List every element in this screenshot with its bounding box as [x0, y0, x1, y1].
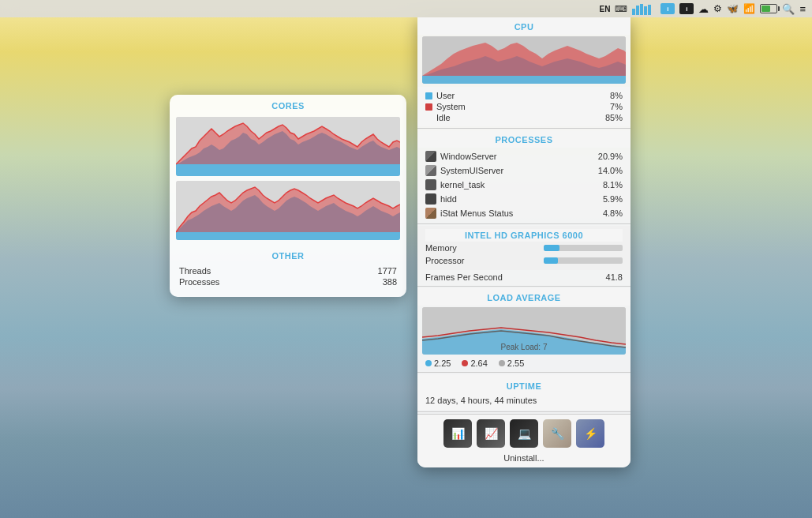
menubar-settings[interactable]: ⚙: [713, 3, 722, 14]
bottom-icons: 📊 📈 💻 🔧 ⚡: [417, 414, 631, 451]
svg-rect-3: [644, 6, 647, 15]
process-row: kernel_task 8.1%: [417, 178, 631, 192]
menubar-search[interactable]: 🔍: [782, 3, 795, 15]
process-value-windowserver: 20.9%: [598, 152, 623, 161]
divider-4: [417, 372, 631, 373]
processes-label: Processes: [179, 277, 219, 287]
load-dot-1: [425, 360, 432, 366]
process-name-hidd: hidd: [440, 194, 457, 204]
fps-row: Frames Per Second 41.8: [417, 270, 631, 284]
system-legend-row: System 7%: [425, 101, 623, 112]
svg-rect-1: [636, 6, 639, 15]
process-row: hidd 5.9%: [417, 192, 631, 206]
user-dot: [425, 92, 432, 99]
menubar-butterfly[interactable]: 🦋: [727, 3, 739, 14]
load-item-1: 2.25: [425, 358, 451, 368]
bottom-icon-4[interactable]: 🔧: [543, 419, 571, 448]
memory-bar-container: [544, 245, 623, 251]
load-legend: 2.25 2.64 2.55: [417, 356, 631, 370]
other-title: OTHER: [179, 248, 397, 265]
svg-rect-2: [640, 4, 643, 15]
threads-value: 1777: [378, 266, 397, 276]
cpu-legend: User 8% System 7% Idle 85%: [417, 87, 631, 126]
menubar-keyboard[interactable]: ⌨: [615, 4, 627, 14]
kernel-icon: [425, 179, 436, 190]
menubar-istat-bar[interactable]: [632, 2, 656, 15]
load-dot-2: [462, 360, 468, 366]
system-label: System: [436, 102, 466, 111]
memory-label: Memory: [425, 243, 457, 253]
other-section: OTHER Threads 1777 Processes 388: [170, 243, 406, 297]
process-name-kernel: kernel_task: [440, 180, 485, 190]
fps-label: Frames Per Second: [425, 272, 503, 282]
bottom-icon-3[interactable]: 💻: [510, 419, 538, 448]
memory-bar-fill: [544, 245, 559, 251]
uninstall-row[interactable]: Uninstall...: [417, 451, 631, 467]
load-item-2: 2.64: [462, 358, 487, 368]
processor-bar-container: [544, 257, 623, 264]
processes-section-title: PROCESSES: [417, 130, 631, 148]
menubar-lang[interactable]: EN: [600, 5, 611, 13]
svg-rect-0: [632, 9, 635, 15]
menubar-cloud[interactable]: ☁: [698, 3, 709, 15]
uninstall-label: Uninstall...: [503, 453, 544, 463]
peak-load-label: Peak Load: 7: [501, 343, 548, 351]
load-value-2: 2.64: [470, 358, 487, 368]
process-name-windowserver: WindowServer: [440, 152, 497, 161]
divider-5: [417, 411, 631, 412]
processor-label: Processor: [425, 256, 465, 265]
cores-panel: CORES OTHER Threads 1777 Processes: [170, 95, 406, 297]
process-value-hidd: 5.9%: [603, 194, 623, 204]
bottom-icon-1[interactable]: 📊: [443, 419, 472, 448]
cpu-graph: [422, 36, 626, 84]
menubar-battery[interactable]: [760, 4, 777, 13]
gpu-section: INTEL HD GRAPHICS 6000 Memory Processor: [417, 226, 631, 270]
user-value: 8%: [610, 91, 623, 100]
load-item-3: 2.55: [499, 358, 524, 368]
process-value-systemui: 14.0%: [598, 166, 623, 175]
process-row: WindowServer 20.9%: [417, 149, 631, 163]
hidd-icon: [425, 193, 436, 205]
menubar-menu[interactable]: ≡: [799, 3, 806, 15]
threads-label: Threads: [179, 266, 211, 276]
memory-bar-row: Memory: [425, 242, 623, 254]
menubar: EN ⌨ i i ☁ ⚙ 🦋 📶: [0, 0, 812, 17]
svg-rect-4: [648, 5, 651, 15]
process-value-kernel: 8.1%: [603, 180, 623, 190]
load-value-3: 2.55: [507, 358, 524, 368]
bottom-icon-2[interactable]: 📈: [477, 419, 505, 448]
processes-row: Processes 388: [179, 276, 397, 287]
system-dot: [425, 103, 432, 111]
uptime-title: UPTIME: [425, 377, 623, 394]
user-legend-row: User 8%: [425, 90, 623, 101]
istat-icon: [425, 208, 436, 219]
load-title: LOAD AVERAGE: [417, 288, 631, 306]
process-name-istat: iStat Menus Status: [440, 208, 513, 218]
cores-title: CORES: [170, 95, 406, 114]
process-value-istat: 4.8%: [603, 208, 623, 218]
gpu-title: INTEL HD GRAPHICS 6000: [425, 229, 623, 242]
menubar-istat-blue[interactable]: i: [660, 3, 675, 14]
processor-bar-fill: [544, 257, 558, 264]
processes-value: 388: [383, 277, 397, 287]
idle-legend-row: Idle 85%: [425, 112, 623, 123]
processor-bar-row: Processor: [425, 254, 623, 267]
menubar-wifi[interactable]: 📶: [743, 3, 755, 14]
core2-graph: [176, 181, 400, 240]
uptime-value: 12 days, 4 hours, 44 minutes: [425, 394, 623, 407]
bottom-icon-5[interactable]: ⚡: [576, 419, 604, 448]
uptime-section: UPTIME 12 days, 4 hours, 44 minutes: [417, 374, 631, 410]
load-graph: Peak Load: 7: [422, 307, 626, 355]
process-row: SystemUIServer 14.0%: [417, 163, 631, 178]
window-server-icon: [425, 151, 436, 162]
menubar-istat-dark[interactable]: i: [679, 3, 694, 14]
divider-3: [417, 286, 631, 287]
processes-list: WindowServer 20.9% SystemUIServer 14.0% …: [417, 148, 631, 222]
load-dot-3: [499, 360, 505, 366]
idle-label: Idle: [436, 113, 451, 122]
system-value: 7%: [610, 102, 623, 111]
cpu-section-title: CPU: [417, 17, 631, 35]
user-label: User: [436, 91, 455, 100]
fps-value: 41.8: [606, 272, 623, 282]
divider-2: [417, 223, 631, 224]
